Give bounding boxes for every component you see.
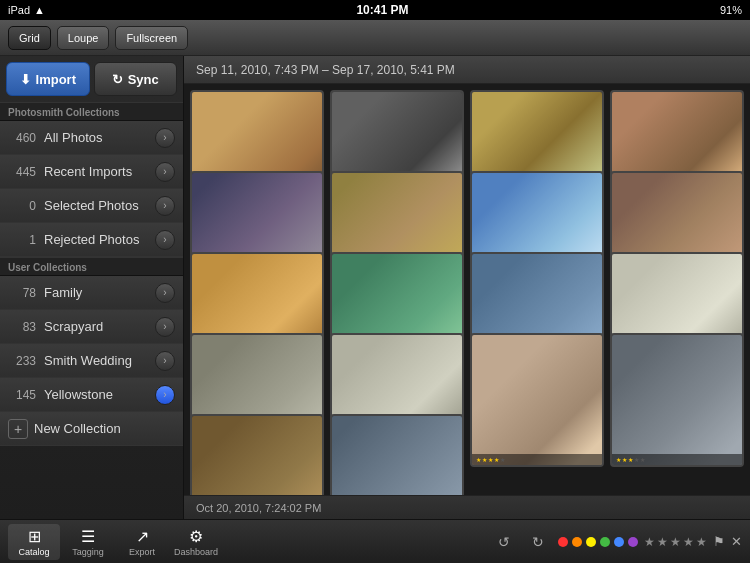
- rotate-right-button[interactable]: ↻: [524, 528, 552, 556]
- recent-imports-arrow: ›: [155, 162, 175, 182]
- nav-tagging[interactable]: ☰ Tagging: [62, 524, 114, 560]
- yellowstone-count: 145: [8, 388, 36, 402]
- catalog-label: Catalog: [18, 547, 49, 557]
- color-dot-red[interactable]: [558, 537, 568, 547]
- tagging-label: Tagging: [72, 547, 104, 557]
- sync-button[interactable]: ↻ Sync: [94, 62, 178, 96]
- yellowstone-arrow: ›: [155, 385, 175, 405]
- bottom-nav: ⊞ Catalog ☰ Tagging ↗ Export ⚙ Dashboard: [8, 524, 222, 560]
- star-1-photo-16: ★: [616, 456, 621, 463]
- loupe-button[interactable]: Loupe: [57, 26, 110, 50]
- all-photos-count: 460: [8, 131, 36, 145]
- recent-imports-count: 445: [8, 165, 36, 179]
- date-header-text: Sep 11, 2010, 7:43 PM – Sep 17, 2010, 5:…: [196, 63, 455, 77]
- star-4-photo-15: ★: [494, 456, 499, 463]
- family-count: 78: [8, 286, 36, 300]
- star-5-photo-16: ★: [640, 456, 645, 463]
- photo-footer-15: ★★★★★: [472, 454, 602, 465]
- dashboard-label: Dashboard: [174, 547, 218, 557]
- family-arrow: ›: [155, 283, 175, 303]
- date-header: Sep 11, 2010, 7:43 PM – Sep 17, 2010, 5:…: [184, 56, 750, 84]
- photo-inner-15: [472, 335, 602, 465]
- export-label: Export: [129, 547, 155, 557]
- sidebar-item-selected-photos[interactable]: 0 Selected Photos ›: [0, 189, 183, 223]
- rejected-photos-label: Rejected Photos: [44, 232, 155, 247]
- photo-inner-18: [332, 416, 462, 495]
- star-3-photo-16: ★: [628, 456, 633, 463]
- star-tools: ★ ★ ★ ★ ★: [644, 535, 707, 549]
- sidebar: ⬇ Import ↻ Sync Photosmith Collections 4…: [0, 56, 184, 519]
- sidebar-item-yellowstone[interactable]: 145 Yellowstone ›: [0, 378, 183, 412]
- status-time: 10:41 PM: [356, 3, 408, 17]
- star-1[interactable]: ★: [644, 535, 655, 549]
- selected-photos-label: Selected Photos: [44, 198, 155, 213]
- status-left: iPad ▲: [8, 4, 45, 16]
- photo-thumb-17[interactable]: ★★★★★: [190, 414, 324, 495]
- sidebar-item-family[interactable]: 78 Family ›: [0, 276, 183, 310]
- import-button[interactable]: ⬇ Import: [6, 62, 90, 96]
- star-3[interactable]: ★: [670, 535, 681, 549]
- star-4-photo-16: ★: [634, 456, 639, 463]
- star-4[interactable]: ★: [683, 535, 694, 549]
- smith-wedding-count: 233: [8, 354, 36, 368]
- all-photos-label: All Photos: [44, 130, 155, 145]
- nav-catalog[interactable]: ⊞ Catalog: [8, 524, 60, 560]
- color-dot-blue[interactable]: [614, 537, 624, 547]
- bottom-toolbar: ⊞ Catalog ☰ Tagging ↗ Export ⚙ Dashboard…: [0, 519, 750, 563]
- new-collection-label: New Collection: [34, 421, 121, 436]
- rejected-photos-arrow: ›: [155, 230, 175, 250]
- selected-photos-count: 0: [8, 199, 36, 213]
- smith-wedding-label: Smith Wedding: [44, 353, 155, 368]
- photosmith-collections-header: Photosmith Collections: [0, 102, 183, 121]
- photo-thumb-15[interactable]: ★★★★★: [470, 333, 604, 467]
- recent-imports-label: Recent Imports: [44, 164, 155, 179]
- new-collection-item[interactable]: + New Collection: [0, 412, 183, 446]
- color-dot-orange[interactable]: [572, 537, 582, 547]
- sidebar-item-smith-wedding[interactable]: 233 Smith Wedding ›: [0, 344, 183, 378]
- photo-thumb-16[interactable]: ★★★★★: [610, 333, 744, 467]
- fullscreen-button[interactable]: Fullscreen: [115, 26, 188, 50]
- device-label: iPad: [8, 4, 30, 16]
- nav-export[interactable]: ↗ Export: [116, 524, 168, 560]
- star-1-photo-15: ★: [476, 456, 481, 463]
- star-row-15: ★★★★★: [476, 456, 505, 463]
- color-dot-yellow[interactable]: [586, 537, 596, 547]
- sidebar-item-all-photos[interactable]: 460 All Photos ›: [0, 121, 183, 155]
- photo-thumb-18[interactable]: ★★★★★: [330, 414, 464, 495]
- grid-button[interactable]: Grid: [8, 26, 51, 50]
- reject-button[interactable]: ✕: [731, 534, 742, 549]
- scrapyard-count: 83: [8, 320, 36, 334]
- photo-footer-16: ★★★★★: [612, 454, 742, 465]
- star-5[interactable]: ★: [696, 535, 707, 549]
- dashboard-icon: ⚙: [189, 527, 203, 546]
- selected-photos-arrow: ›: [155, 196, 175, 216]
- smith-wedding-arrow: ›: [155, 351, 175, 371]
- user-collections-header: User Collections: [0, 257, 183, 276]
- catalog-icon: ⊞: [28, 527, 41, 546]
- content-area: Sep 11, 2010, 7:43 PM – Sep 17, 2010, 5:…: [184, 56, 750, 519]
- import-sync-row: ⬇ Import ↻ Sync: [0, 56, 183, 102]
- tagging-icon: ☰: [81, 527, 95, 546]
- all-photos-arrow: ›: [155, 128, 175, 148]
- star-2[interactable]: ★: [657, 535, 668, 549]
- sidebar-item-recent-imports[interactable]: 445 Recent Imports ›: [0, 155, 183, 189]
- photo-inner-17: [192, 416, 322, 495]
- color-dot-purple[interactable]: [628, 537, 638, 547]
- color-dots: [558, 537, 638, 547]
- main-layout: ⬇ Import ↻ Sync Photosmith Collections 4…: [0, 56, 750, 519]
- new-collection-icon: +: [8, 419, 28, 439]
- sidebar-item-scrapyard[interactable]: 83 Scrapyard ›: [0, 310, 183, 344]
- date-footer-text: Oct 20, 2010, 7:24:02 PM: [196, 502, 321, 514]
- sync-label: Sync: [128, 72, 159, 87]
- color-dot-green[interactable]: [600, 537, 610, 547]
- nav-dashboard[interactable]: ⚙ Dashboard: [170, 524, 222, 560]
- sidebar-item-rejected-photos[interactable]: 1 Rejected Photos ›: [0, 223, 183, 257]
- scrapyard-arrow: ›: [155, 317, 175, 337]
- rotate-left-button[interactable]: ↺: [490, 528, 518, 556]
- flag-button[interactable]: ⚑: [713, 534, 725, 549]
- import-label: Import: [36, 72, 76, 87]
- star-2-photo-15: ★: [482, 456, 487, 463]
- rejected-photos-count: 1: [8, 233, 36, 247]
- star-5-photo-15: ★: [500, 456, 505, 463]
- date-footer: Oct 20, 2010, 7:24:02 PM: [184, 495, 750, 519]
